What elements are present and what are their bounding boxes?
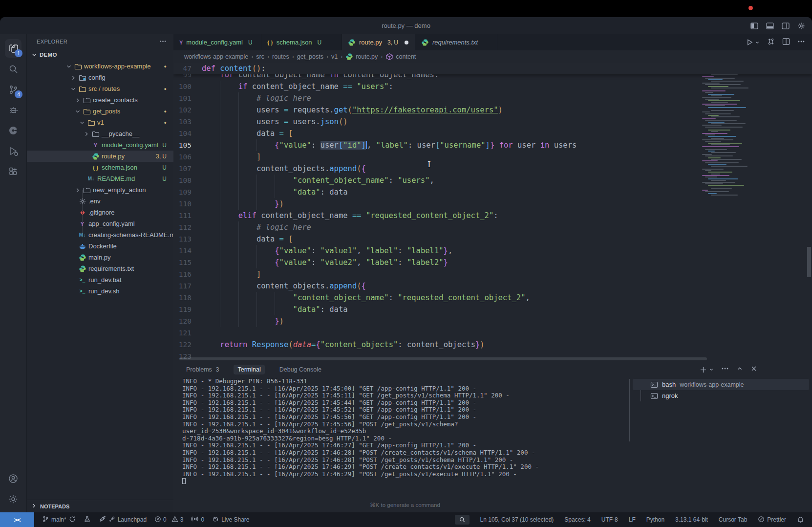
- breadcrumb-separator: ›: [341, 53, 342, 60]
- notifications-bell-icon[interactable]: [797, 512, 804, 527]
- encoding-item[interactable]: UTF-8: [601, 512, 618, 527]
- minimap[interactable]: [702, 64, 748, 195]
- terminal-session-ngrok[interactable]: ngrok: [633, 390, 812, 401]
- error-icon: [154, 516, 161, 524]
- modified-dot: ●: [164, 64, 167, 69]
- terminal-line: INFO - 192.168.215.1 - - [16/Apr/2025 17…: [182, 406, 628, 414]
- line-number: 108: [173, 175, 202, 186]
- indentation-item[interactable]: Spaces: 4: [564, 512, 590, 527]
- tree-item-label: module_config.yaml: [102, 141, 158, 149]
- tree-item--pycache-[interactable]: __pycache__: [27, 128, 173, 139]
- terminal-session-bash[interactable]: bashworkflows-app-example: [633, 379, 809, 390]
- ports-item[interactable]: 0: [191, 512, 204, 527]
- panel-tab-debug-console[interactable]: Debug Console: [276, 365, 325, 374]
- more-actions-icon[interactable]: [797, 38, 805, 47]
- tree-item-schema-json[interactable]: { }schema.jsonU: [27, 162, 173, 173]
- activity-extensions-icon[interactable]: [2, 161, 24, 182]
- activity-extension-circle-icon[interactable]: [2, 120, 24, 141]
- tab-route-py[interactable]: route.py3, U: [342, 34, 415, 50]
- activity-run-and-debug-icon[interactable]: [2, 100, 24, 120]
- line-number: 107: [173, 163, 202, 175]
- tree-item-v1[interactable]: v1●: [27, 117, 173, 128]
- tree-item-main-py[interactable]: main.py: [27, 252, 173, 263]
- tree-item-run-dev-bat[interactable]: >_run_dev.bat: [27, 274, 173, 285]
- activity-test-explorer-icon[interactable]: [2, 141, 24, 161]
- remote-indicator[interactable]: ><: [0, 512, 34, 527]
- editor-horizontal-scrollbar[interactable]: [179, 357, 707, 360]
- tree-item-readme-md[interactable]: M↓README.mdU: [27, 173, 173, 184]
- sticky-scroll[interactable]: 47def content():: [173, 63, 812, 74]
- python-interpreter-item[interactable]: 3.13.1 64-bit: [675, 512, 708, 527]
- terminal-search-button[interactable]: [455, 515, 470, 525]
- editor-vertical-scrollbar[interactable]: [807, 247, 811, 277]
- git-branch-item[interactable]: main*: [42, 512, 76, 527]
- panel-tab-problems[interactable]: Problems3: [182, 365, 223, 374]
- tree-item--gitignore[interactable]: .gitignore: [27, 207, 173, 218]
- layout-settings-gear-icon[interactable]: [797, 22, 805, 30]
- tree-item-creating-schemas-readme-md[interactable]: M↓creating-schemas-README.md: [27, 229, 173, 241]
- activity-account-icon[interactable]: [2, 468, 24, 489]
- close-panel-icon[interactable]: [750, 365, 757, 374]
- tree-item-get-posts[interactable]: get_posts●: [27, 106, 173, 117]
- toggle-panel-icon[interactable]: [766, 22, 774, 30]
- tree-item-label: get_posts: [93, 108, 120, 115]
- breadcrumb-item-get-posts[interactable]: get_posts: [297, 53, 323, 60]
- maximize-panel-icon[interactable]: [736, 365, 743, 374]
- cursor-ai-hint: ⌘K to generate a command: [182, 502, 628, 508]
- split-editor-icon[interactable]: [782, 38, 790, 47]
- tree-item-app-config-yaml[interactable]: Yapp_config.yaml: [27, 218, 173, 229]
- unsaved-dot-icon[interactable]: [405, 41, 408, 44]
- panel-tab-terminal[interactable]: Terminal: [234, 365, 264, 374]
- tree-item-requirements-txt[interactable]: requirements.txt: [27, 263, 173, 274]
- breadcrumb-item-src[interactable]: src: [256, 53, 264, 60]
- activity-search-icon[interactable]: [2, 59, 24, 79]
- activity-settings-icon[interactable]: [2, 489, 24, 509]
- tab-module-config-yaml[interactable]: Ymodule_config.yamlU: [173, 34, 261, 50]
- breadcrumb-label: workflows-app-example: [184, 53, 248, 60]
- tree-item-new-empty-action[interactable]: new_empty_action: [27, 184, 173, 196]
- tree-item-route-py[interactable]: route.py3, U: [27, 151, 173, 162]
- breadcrumb-item-workflows-app-example[interactable]: workflows-app-example: [184, 53, 248, 60]
- language-mode-item[interactable]: Python: [646, 512, 664, 527]
- breadcrumb-item-v1[interactable]: v1: [331, 53, 338, 60]
- terminal-more-icon[interactable]: [721, 365, 729, 374]
- run-python-file-icon[interactable]: [746, 39, 760, 46]
- toggle-secondary-sidebar-icon[interactable]: [782, 22, 790, 30]
- cursor-tab-item[interactable]: Cursor Tab: [719, 512, 747, 527]
- breadcrumb-item-route-py[interactable]: route.py: [345, 53, 378, 61]
- tab-requirements-txt[interactable]: requirements.txt: [415, 34, 497, 50]
- cursor-position-item[interactable]: Ln 105, Col 37 (10 selected): [480, 512, 554, 527]
- launchpad-item[interactable]: Launchpad: [99, 512, 147, 527]
- toggle-sidebar-icon[interactable]: [750, 22, 758, 30]
- tree-item-workflows-app-example[interactable]: workflows-app-example●: [27, 61, 173, 72]
- tree-item-run-dev-sh[interactable]: >_run_dev.sh: [27, 285, 173, 297]
- notepads-section[interactable]: NOTEPADS: [27, 500, 173, 512]
- live-share-item[interactable]: Live Share: [212, 512, 249, 527]
- beaker-item[interactable]: [84, 512, 91, 527]
- tree-item-config[interactable]: config: [27, 72, 173, 83]
- compare-changes-icon[interactable]: [767, 38, 775, 47]
- code-editor[interactable]: 47def content():99for content_object_nam…: [173, 63, 812, 362]
- tree-item-src-routes[interactable]: src / routes●: [27, 83, 173, 94]
- terminal-output[interactable]: INFO - * Debugger PIN: 856-118-331INFO -…: [182, 378, 628, 497]
- tree-item--env[interactable]: .env: [27, 196, 173, 207]
- problems-item[interactable]: 0 3: [154, 512, 183, 527]
- activity-source-control-icon[interactable]: 4: [2, 79, 24, 100]
- eol-item[interactable]: LF: [629, 512, 636, 527]
- terminal-scrollbar[interactable]: [629, 379, 630, 441]
- gear-icon: [78, 198, 86, 205]
- breadcrumb-item-routes[interactable]: routes: [272, 53, 289, 60]
- explorer-more-icon[interactable]: [159, 38, 167, 46]
- new-terminal-icon[interactable]: [700, 366, 714, 373]
- tree-item-create-contacts[interactable]: create_contacts: [27, 94, 173, 106]
- breadcrumb-item-content[interactable]: content: [385, 53, 416, 61]
- tree-item-module-config-yaml[interactable]: Ymodule_config.yamlU: [27, 139, 173, 151]
- breadcrumb-label: routes: [272, 53, 289, 60]
- prettier-item[interactable]: Prettier: [758, 512, 786, 527]
- tree-item-dockerfile[interactable]: Dockerfile: [27, 241, 173, 252]
- line-number: 122: [173, 339, 202, 351]
- tab-schema-json[interactable]: { }schema.jsonU: [261, 34, 342, 50]
- workspace-section-demo[interactable]: DEMO: [27, 49, 173, 61]
- activity-explorer-icon[interactable]: 1: [2, 38, 24, 59]
- chevron-down-icon: [65, 63, 73, 70]
